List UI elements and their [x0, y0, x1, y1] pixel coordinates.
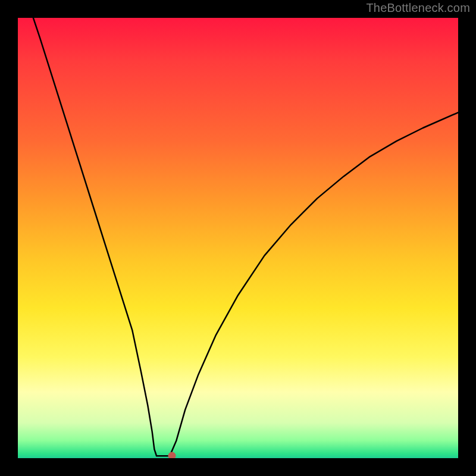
watermark-text: TheBottleneck.com [366, 1, 470, 15]
chart-curve [18, 18, 458, 458]
curve-line [33, 18, 458, 456]
chart-container: TheBottleneck.com [0, 0, 476, 476]
valley-marker [168, 452, 176, 458]
plot-area [18, 18, 458, 458]
